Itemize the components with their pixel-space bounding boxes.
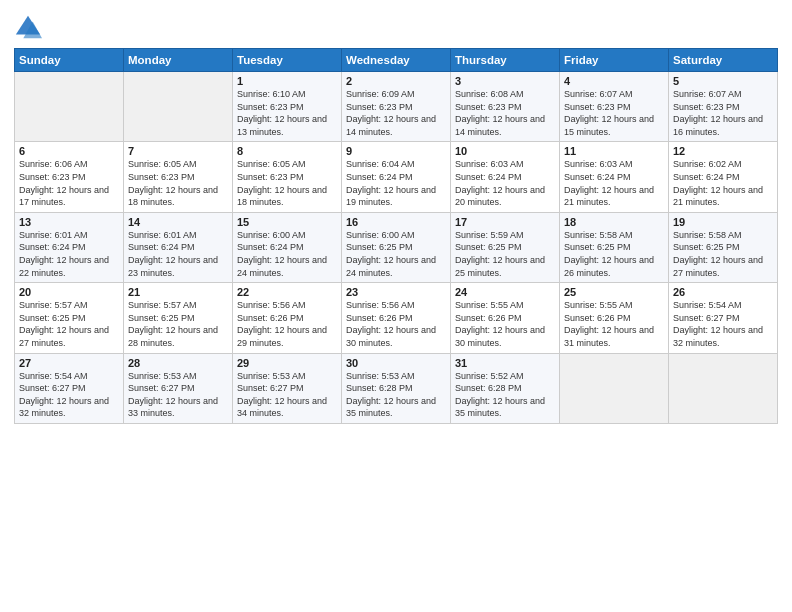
day-info: Sunrise: 6:03 AMSunset: 6:24 PMDaylight:… [455,159,545,207]
day-number: 26 [673,286,773,298]
day-info: Sunrise: 6:07 AMSunset: 6:23 PMDaylight:… [564,89,654,137]
logo [14,14,44,42]
day-info: Sunrise: 6:01 AMSunset: 6:24 PMDaylight:… [19,230,109,278]
calendar-body: 1 Sunrise: 6:10 AMSunset: 6:23 PMDayligh… [15,72,778,424]
calendar-cell [15,72,124,142]
day-number: 4 [564,75,664,87]
day-info: Sunrise: 6:05 AMSunset: 6:23 PMDaylight:… [128,159,218,207]
day-number: 28 [128,357,228,369]
calendar-week-2: 6 Sunrise: 6:06 AMSunset: 6:23 PMDayligh… [15,142,778,212]
calendar-cell: 23 Sunrise: 5:56 AMSunset: 6:26 PMDaylig… [342,283,451,353]
calendar-cell [124,72,233,142]
calendar-cell: 27 Sunrise: 5:54 AMSunset: 6:27 PMDaylig… [15,353,124,423]
logo-icon [14,14,42,42]
calendar-cell: 2 Sunrise: 6:09 AMSunset: 6:23 PMDayligh… [342,72,451,142]
day-info: Sunrise: 6:01 AMSunset: 6:24 PMDaylight:… [128,230,218,278]
day-info: Sunrise: 5:56 AMSunset: 6:26 PMDaylight:… [237,300,327,348]
calendar-cell: 29 Sunrise: 5:53 AMSunset: 6:27 PMDaylig… [233,353,342,423]
calendar-cell: 30 Sunrise: 5:53 AMSunset: 6:28 PMDaylig… [342,353,451,423]
day-info: Sunrise: 5:57 AMSunset: 6:25 PMDaylight:… [128,300,218,348]
day-info: Sunrise: 5:58 AMSunset: 6:25 PMDaylight:… [564,230,654,278]
calendar-cell: 5 Sunrise: 6:07 AMSunset: 6:23 PMDayligh… [669,72,778,142]
day-number: 1 [237,75,337,87]
calendar-cell: 19 Sunrise: 5:58 AMSunset: 6:25 PMDaylig… [669,212,778,282]
calendar-cell: 1 Sunrise: 6:10 AMSunset: 6:23 PMDayligh… [233,72,342,142]
calendar-cell: 8 Sunrise: 6:05 AMSunset: 6:23 PMDayligh… [233,142,342,212]
calendar-cell [560,353,669,423]
day-number: 5 [673,75,773,87]
calendar-cell: 20 Sunrise: 5:57 AMSunset: 6:25 PMDaylig… [15,283,124,353]
day-number: 27 [19,357,119,369]
day-info: Sunrise: 6:10 AMSunset: 6:23 PMDaylight:… [237,89,327,137]
calendar-cell: 28 Sunrise: 5:53 AMSunset: 6:27 PMDaylig… [124,353,233,423]
day-info: Sunrise: 6:08 AMSunset: 6:23 PMDaylight:… [455,89,545,137]
day-info: Sunrise: 6:09 AMSunset: 6:23 PMDaylight:… [346,89,436,137]
day-number: 22 [237,286,337,298]
day-number: 24 [455,286,555,298]
day-number: 13 [19,216,119,228]
calendar-cell: 3 Sunrise: 6:08 AMSunset: 6:23 PMDayligh… [451,72,560,142]
calendar-cell: 18 Sunrise: 5:58 AMSunset: 6:25 PMDaylig… [560,212,669,282]
day-info: Sunrise: 6:00 AMSunset: 6:24 PMDaylight:… [237,230,327,278]
day-number: 2 [346,75,446,87]
day-number: 7 [128,145,228,157]
calendar-container: SundayMondayTuesdayWednesdayThursdayFrid… [0,0,792,612]
day-info: Sunrise: 5:54 AMSunset: 6:27 PMDaylight:… [19,371,109,419]
day-info: Sunrise: 5:57 AMSunset: 6:25 PMDaylight:… [19,300,109,348]
weekday-header-sunday: Sunday [15,49,124,72]
weekday-header-saturday: Saturday [669,49,778,72]
calendar-cell: 25 Sunrise: 5:55 AMSunset: 6:26 PMDaylig… [560,283,669,353]
calendar-cell: 26 Sunrise: 5:54 AMSunset: 6:27 PMDaylig… [669,283,778,353]
day-number: 29 [237,357,337,369]
day-number: 19 [673,216,773,228]
day-info: Sunrise: 5:54 AMSunset: 6:27 PMDaylight:… [673,300,763,348]
calendar-cell: 9 Sunrise: 6:04 AMSunset: 6:24 PMDayligh… [342,142,451,212]
calendar-cell: 4 Sunrise: 6:07 AMSunset: 6:23 PMDayligh… [560,72,669,142]
weekday-row: SundayMondayTuesdayWednesdayThursdayFrid… [15,49,778,72]
calendar-cell: 17 Sunrise: 5:59 AMSunset: 6:25 PMDaylig… [451,212,560,282]
day-number: 18 [564,216,664,228]
header [14,10,778,42]
day-info: Sunrise: 5:53 AMSunset: 6:27 PMDaylight:… [237,371,327,419]
day-info: Sunrise: 6:04 AMSunset: 6:24 PMDaylight:… [346,159,436,207]
day-info: Sunrise: 5:55 AMSunset: 6:26 PMDaylight:… [455,300,545,348]
calendar-cell: 14 Sunrise: 6:01 AMSunset: 6:24 PMDaylig… [124,212,233,282]
calendar-header: SundayMondayTuesdayWednesdayThursdayFrid… [15,49,778,72]
calendar-week-1: 1 Sunrise: 6:10 AMSunset: 6:23 PMDayligh… [15,72,778,142]
day-info: Sunrise: 5:59 AMSunset: 6:25 PMDaylight:… [455,230,545,278]
day-info: Sunrise: 5:52 AMSunset: 6:28 PMDaylight:… [455,371,545,419]
calendar-cell: 7 Sunrise: 6:05 AMSunset: 6:23 PMDayligh… [124,142,233,212]
day-info: Sunrise: 5:55 AMSunset: 6:26 PMDaylight:… [564,300,654,348]
day-info: Sunrise: 6:03 AMSunset: 6:24 PMDaylight:… [564,159,654,207]
calendar-cell: 21 Sunrise: 5:57 AMSunset: 6:25 PMDaylig… [124,283,233,353]
calendar-cell: 11 Sunrise: 6:03 AMSunset: 6:24 PMDaylig… [560,142,669,212]
weekday-header-friday: Friday [560,49,669,72]
day-number: 3 [455,75,555,87]
day-number: 21 [128,286,228,298]
calendar-cell [669,353,778,423]
day-number: 14 [128,216,228,228]
calendar-cell: 6 Sunrise: 6:06 AMSunset: 6:23 PMDayligh… [15,142,124,212]
weekday-header-monday: Monday [124,49,233,72]
calendar-week-5: 27 Sunrise: 5:54 AMSunset: 6:27 PMDaylig… [15,353,778,423]
day-info: Sunrise: 6:00 AMSunset: 6:25 PMDaylight:… [346,230,436,278]
calendar-cell: 15 Sunrise: 6:00 AMSunset: 6:24 PMDaylig… [233,212,342,282]
calendar-cell: 10 Sunrise: 6:03 AMSunset: 6:24 PMDaylig… [451,142,560,212]
calendar-cell: 22 Sunrise: 5:56 AMSunset: 6:26 PMDaylig… [233,283,342,353]
day-info: Sunrise: 6:07 AMSunset: 6:23 PMDaylight:… [673,89,763,137]
day-number: 12 [673,145,773,157]
day-number: 10 [455,145,555,157]
day-info: Sunrise: 5:56 AMSunset: 6:26 PMDaylight:… [346,300,436,348]
weekday-header-wednesday: Wednesday [342,49,451,72]
weekday-header-tuesday: Tuesday [233,49,342,72]
day-number: 20 [19,286,119,298]
calendar-week-4: 20 Sunrise: 5:57 AMSunset: 6:25 PMDaylig… [15,283,778,353]
calendar-cell: 31 Sunrise: 5:52 AMSunset: 6:28 PMDaylig… [451,353,560,423]
day-number: 16 [346,216,446,228]
weekday-header-thursday: Thursday [451,49,560,72]
day-info: Sunrise: 5:53 AMSunset: 6:28 PMDaylight:… [346,371,436,419]
day-info: Sunrise: 6:05 AMSunset: 6:23 PMDaylight:… [237,159,327,207]
day-number: 9 [346,145,446,157]
day-number: 8 [237,145,337,157]
day-info: Sunrise: 5:58 AMSunset: 6:25 PMDaylight:… [673,230,763,278]
